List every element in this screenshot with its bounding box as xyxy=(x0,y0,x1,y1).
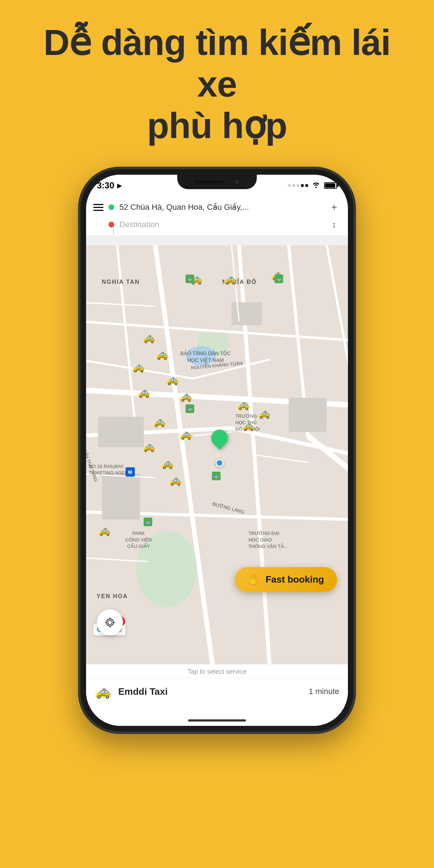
fast-booking-button[interactable]: ✋ Fast booking xyxy=(235,567,337,592)
signal-dot-2 xyxy=(292,184,295,187)
battery-fill xyxy=(325,183,335,188)
origin-text[interactable]: 52 Chùa Hà, Quan Hoa, Cầu Giấy,... xyxy=(119,203,323,212)
menu-line-2 xyxy=(93,207,103,208)
swap-button[interactable]: ↕ xyxy=(328,218,341,231)
menu-line-3 xyxy=(93,210,103,211)
pin-head xyxy=(208,426,231,450)
tap-to-select-label: Tap to select service xyxy=(86,664,348,678)
signal-dot-4 xyxy=(301,184,304,187)
taxi-service-icon: 🚕 xyxy=(95,684,111,699)
header-row2: Destination ↕ xyxy=(93,218,341,231)
destination-dot xyxy=(109,222,114,227)
time-display: 3:30 xyxy=(97,180,114,191)
bus-stop-4: 🚌 xyxy=(212,472,221,480)
metro-icon: M xyxy=(125,467,135,477)
taxi-9: 🚕 xyxy=(179,390,192,402)
connector-line xyxy=(113,227,114,235)
headline-line1: Dễ dàng tìm kiếm lái xe xyxy=(43,22,391,104)
bus-stop-3: 🚌 xyxy=(186,404,194,413)
bottom-bar: Tap to select service 🚕 Emddi Taxi 1 min… xyxy=(86,664,348,726)
taxi-4: 🚕 xyxy=(142,331,155,343)
home-indicator xyxy=(188,719,246,722)
phone-screen: 3:30 ▶ xyxy=(86,175,348,726)
phone-wrapper: 3:30 ▶ xyxy=(0,168,434,732)
headline-line2: phù hợp xyxy=(147,105,287,146)
map-svg xyxy=(86,245,348,664)
map-label-university: Trường Đạihọc Giaothông vận tả... xyxy=(248,530,288,550)
svg-rect-19 xyxy=(289,397,327,432)
signal-dot-3 xyxy=(297,184,299,187)
taxi-15: 🚕 xyxy=(237,399,250,410)
taxi-20: 🚕 xyxy=(98,524,111,536)
locate-me-button[interactable] xyxy=(97,609,123,635)
taxi-6: 🚕 xyxy=(132,361,145,373)
taxi-5: 🚕 xyxy=(156,348,168,360)
taxi-8: 🚕 xyxy=(137,386,150,398)
hand-icon: ✋ xyxy=(248,574,260,586)
svg-point-27 xyxy=(108,620,112,625)
svg-rect-20 xyxy=(102,474,140,519)
fast-booking-label: Fast booking xyxy=(265,574,324,585)
signal-dot-1 xyxy=(288,184,291,187)
notch-speaker xyxy=(194,180,223,183)
origin-dot xyxy=(109,204,114,210)
location-arrow-icon: ▶ xyxy=(117,182,122,189)
map-label-yen-hoa: YEN HOA xyxy=(97,593,128,600)
notch xyxy=(177,175,257,189)
phone-frame: 3:30 ▶ xyxy=(80,168,354,732)
menu-line-1 xyxy=(93,204,103,205)
menu-icon[interactable] xyxy=(93,204,103,211)
taxi-17: 🚕 xyxy=(242,420,255,431)
taxi-14: 🚕 xyxy=(169,474,182,486)
taxi-12: 🚕 xyxy=(142,441,155,452)
map-area[interactable]: NGHIA TAN NGHĨA ĐÔ Bảo tàng Dân tộchọc V… xyxy=(86,245,348,664)
map-label-park: ParkCông ViênCầu Giấy xyxy=(125,530,152,550)
bus-stop-5: 🚌 xyxy=(144,518,152,526)
header-row1: 52 Chùa Hà, Quan Hoa, Cầu Giấy,... + xyxy=(93,201,341,214)
svg-rect-18 xyxy=(231,302,262,325)
bus-stop-1: 🚌 xyxy=(186,275,194,283)
service-row[interactable]: 🚕 Emddi Taxi 1 minute xyxy=(86,678,348,705)
add-stop-button[interactable]: + xyxy=(328,201,341,214)
notch-camera xyxy=(234,179,240,185)
taxi-10: 🚕 xyxy=(153,415,166,427)
svg-rect-17 xyxy=(98,417,144,447)
taxi-2: 🚕 xyxy=(224,273,237,285)
service-name: Emddi Taxi xyxy=(118,686,302,697)
svg-rect-0 xyxy=(86,245,348,664)
signal-dots xyxy=(288,184,308,187)
taxi-16: 🚕 xyxy=(258,407,271,419)
map-label-nghia-tan: NGHIA TAN xyxy=(102,279,140,285)
taxi-13: 🚕 xyxy=(161,457,174,469)
service-time: 1 minute xyxy=(309,687,339,696)
headline: Dễ dàng tìm kiếm lái xe phù hợp xyxy=(0,0,434,161)
battery-icon xyxy=(324,182,337,189)
status-icons xyxy=(288,181,337,190)
header: 52 Chùa Hà, Quan Hoa, Cầu Giấy,... + Des… xyxy=(86,196,348,235)
crosshair-icon xyxy=(104,617,116,628)
destination-input[interactable]: Destination xyxy=(119,220,323,229)
location-pin xyxy=(211,430,228,446)
signal-dot-5 xyxy=(305,184,308,187)
taxi-11: 🚕 xyxy=(179,428,192,440)
taxi-7: 🚕 xyxy=(166,373,179,385)
status-time: 3:30 ▶ xyxy=(97,180,122,191)
wifi-icon xyxy=(312,181,320,190)
bus-stop-2: 🚌 xyxy=(275,275,283,283)
